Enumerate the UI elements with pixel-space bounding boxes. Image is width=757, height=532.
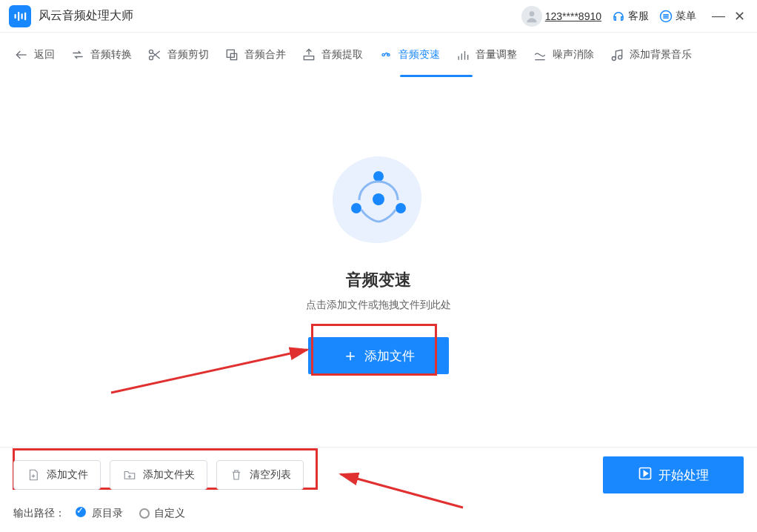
scissors-icon [147, 47, 163, 63]
svg-point-30 [373, 193, 384, 205]
tool-speed[interactable]: 音频变速 [370, 33, 447, 77]
minimize-button[interactable]: — [710, 7, 727, 25]
hero-illustration [327, 150, 430, 254]
avatar[interactable] [521, 6, 542, 27]
tool-label: 音量调整 [476, 48, 517, 61]
svg-rect-3 [24, 12, 26, 20]
arrow-left-icon [13, 47, 30, 63]
music-icon [609, 47, 625, 63]
add-file-label: 添加文件 [364, 348, 415, 365]
btn-label: 添加文件 [47, 468, 88, 482]
speed-icon [378, 47, 394, 63]
tool-cut[interactable]: 音频剪切 [139, 33, 216, 77]
play-icon [638, 466, 653, 485]
radio-original-dir[interactable]: 原目录 [77, 507, 123, 520]
svg-point-29 [396, 203, 406, 213]
svg-point-18 [382, 53, 384, 56]
folder-add-icon [122, 468, 137, 482]
svg-point-27 [373, 171, 384, 182]
svg-rect-2 [21, 13, 23, 19]
tool-label: 音频合并 [244, 48, 286, 61]
drop-subtext: 点击添加文件或拖拽文件到此处 [306, 299, 451, 312]
back-button[interactable]: 返回 [6, 33, 62, 77]
back-label: 返回 [34, 48, 55, 61]
tool-merge[interactable]: 音频合并 [216, 33, 293, 77]
output-path-label: 输出路径： [13, 507, 65, 520]
svg-rect-15 [230, 53, 236, 59]
tool-label: 音频剪切 [167, 48, 209, 61]
drop-heading: 音频变速 [346, 269, 411, 291]
plus-icon: ＋ [342, 345, 359, 367]
tool-label: 添加背景音乐 [630, 48, 692, 61]
svg-point-10 [150, 50, 153, 53]
svg-point-28 [351, 203, 361, 213]
tool-volume[interactable]: 音量调整 [447, 33, 524, 77]
tool-denoise[interactable]: 噪声消除 [524, 33, 601, 77]
add-file-button[interactable]: ＋ 添加文件 [308, 337, 449, 374]
radio-label: 原目录 [92, 507, 123, 520]
add-file-small-button[interactable]: 添加文件 [13, 460, 101, 490]
radio-unchecked-icon [139, 508, 150, 519]
menu-label: 菜单 [676, 10, 696, 23]
tool-label: 音频提取 [321, 48, 363, 61]
file-add-icon [26, 468, 41, 482]
svg-marker-38 [644, 471, 647, 476]
clear-list-button[interactable]: 清空列表 [216, 460, 304, 490]
titlebar: 风云音频处理大师 123****8910 客服 菜单 — ✕ [0, 0, 757, 33]
trash-icon [229, 468, 244, 482]
svg-rect-1 [18, 12, 19, 21]
drop-area[interactable]: 音频变速 点击添加文件或拖拽文件到此处 ＋ 添加文件 [0, 77, 757, 448]
svg-point-4 [529, 11, 534, 16]
close-button[interactable]: ✕ [730, 7, 748, 25]
svg-rect-0 [15, 14, 16, 19]
btn-label: 清空列表 [250, 468, 291, 482]
bottom-bar: 添加文件 添加文件夹 清空列表 开始处理 输出路径： 原目录 自定义 [0, 447, 757, 532]
radio-checked-icon [77, 508, 87, 519]
support-button[interactable]: 客服 [612, 10, 649, 23]
merge-icon [224, 47, 240, 63]
tool-label: 音频变速 [398, 48, 440, 61]
user-id-link[interactable]: 123****8910 [545, 10, 601, 22]
tool-bgmusic[interactable]: 添加背景音乐 [601, 33, 699, 77]
toolbar: 返回 音频转换 音频剪切 音频合并 音频提取 音频变速 音量调整 噪声消除 添加… [0, 33, 757, 77]
add-folder-button[interactable]: 添加文件夹 [110, 460, 207, 490]
start-label: 开始处理 [658, 467, 709, 484]
svg-rect-16 [304, 56, 313, 60]
bottom-row-buttons: 添加文件 添加文件夹 清空列表 开始处理 [13, 456, 744, 493]
volume-icon [455, 47, 471, 63]
btn-label: 添加文件夹 [143, 468, 195, 482]
svg-point-25 [612, 57, 616, 61]
support-label: 客服 [628, 10, 649, 23]
radio-label: 自定义 [154, 507, 185, 520]
radio-custom-dir[interactable]: 自定义 [139, 507, 185, 520]
svg-point-26 [618, 56, 622, 59]
extract-icon [301, 47, 317, 63]
menu-button[interactable]: 菜单 [659, 10, 696, 23]
tool-convert[interactable]: 音频转换 [62, 33, 139, 77]
denoise-icon [532, 47, 548, 63]
app-title: 风云音频处理大师 [39, 8, 133, 24]
tool-extract[interactable]: 音频提取 [293, 33, 370, 77]
tool-label: 音频转换 [90, 48, 132, 61]
start-button[interactable]: 开始处理 [603, 456, 744, 493]
convert-icon [70, 47, 86, 63]
output-path-row: 输出路径： 原目录 自定义 [13, 507, 744, 520]
svg-point-11 [150, 56, 153, 60]
app-logo [9, 5, 31, 27]
tool-label: 噪声消除 [553, 48, 594, 61]
